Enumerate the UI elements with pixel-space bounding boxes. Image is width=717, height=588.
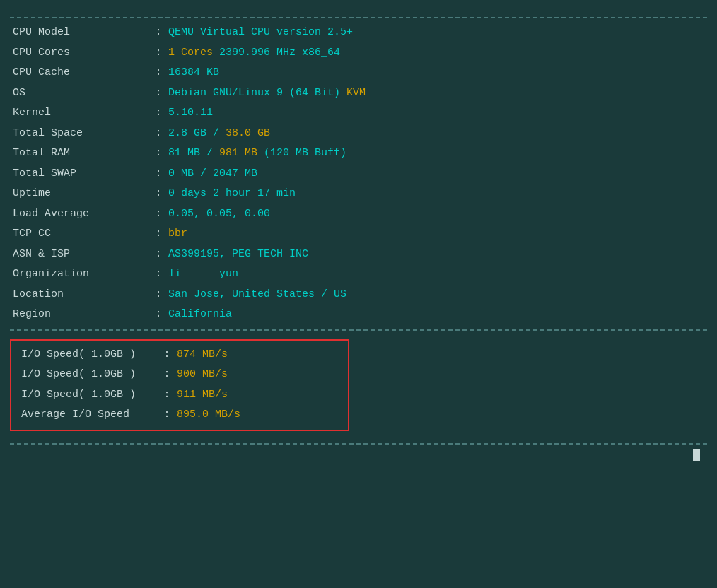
- label-total-ram: Total RAM: [10, 143, 151, 164]
- table-row: Organization : li yun: [10, 264, 707, 285]
- colon: :: [151, 23, 165, 43]
- colon: :: [151, 83, 165, 104]
- table-row: Total Space : 2.8 GB / 38.0 GB: [10, 124, 707, 144]
- table-row: Load Average : 0.05, 0.05, 0.00: [10, 204, 707, 225]
- table-row: I/O Speed( 1.0GB ) : 900 MB/s: [18, 365, 243, 385]
- table-row: Location : San Jose, United States / US: [10, 285, 707, 305]
- value-avg-io: 895.0 MB/s: [174, 405, 243, 425]
- value-io-3: 911 MB/s: [174, 385, 243, 406]
- label-load-average: Load Average: [10, 204, 151, 225]
- label-os: OS: [10, 83, 151, 104]
- label-cpu-model: CPU Model: [10, 23, 151, 43]
- label-cpu-cache: CPU Cache: [10, 63, 151, 83]
- value-cpu-model: QEMU Virtual CPU version 2.5+: [165, 23, 707, 43]
- value-total-space: 2.8 GB / 38.0 GB: [165, 124, 707, 144]
- colon: :: [160, 345, 174, 365]
- value-region: California: [165, 305, 707, 325]
- colon: :: [151, 224, 165, 245]
- label-cpu-cores: CPU Cores: [10, 43, 151, 64]
- colon: :: [151, 264, 165, 285]
- label-uptime: Uptime: [10, 184, 151, 204]
- label-io-2: I/O Speed( 1.0GB ): [18, 365, 160, 385]
- label-organization: Organization: [10, 264, 151, 285]
- colon: :: [151, 143, 165, 164]
- label-tcp-cc: TCP CC: [10, 224, 151, 245]
- label-asn-isp: ASN & ISP: [10, 245, 151, 265]
- label-location: Location: [10, 285, 151, 305]
- table-row: CPU Model : QEMU Virtual CPU version 2.5…: [10, 23, 707, 43]
- value-uptime: 0 days 2 hour 17 min: [165, 184, 707, 204]
- io-table: I/O Speed( 1.0GB ) : 874 MB/s I/O Speed(…: [18, 345, 243, 425]
- value-cpu-cache: 16384 KB: [165, 63, 707, 83]
- value-location: San Jose, United States / US: [165, 285, 707, 305]
- colon: :: [151, 63, 165, 83]
- colon: :: [151, 124, 165, 144]
- colon: :: [160, 385, 174, 406]
- mid-divider: [10, 329, 707, 331]
- colon: :: [160, 365, 174, 385]
- value-total-swap: 0 MB / 2047 MB: [165, 164, 707, 184]
- table-row: Kernel : 5.10.11: [10, 103, 707, 124]
- terminal: CPU Model : QEMU Virtual CPU version 2.5…: [7, 7, 710, 467]
- value-io-2: 900 MB/s: [174, 365, 243, 385]
- label-avg-io: Average I/O Speed: [18, 405, 160, 425]
- table-row: ASN & ISP : AS399195, PEG TECH INC: [10, 245, 707, 265]
- colon: :: [160, 405, 174, 425]
- value-organization: li yun: [165, 264, 707, 285]
- colon: :: [151, 184, 165, 204]
- top-divider: [10, 17, 707, 18]
- colon: :: [151, 204, 165, 225]
- table-row: Average I/O Speed : 895.0 MB/s: [18, 405, 243, 425]
- table-row: Total SWAP : 0 MB / 2047 MB: [10, 164, 707, 184]
- table-row: Total RAM : 81 MB / 981 MB (120 MB Buff): [10, 143, 707, 164]
- label-io-1: I/O Speed( 1.0GB ): [18, 345, 160, 365]
- table-row: Uptime : 0 days 2 hour 17 min: [10, 184, 707, 204]
- label-total-swap: Total SWAP: [10, 164, 151, 184]
- value-asn-isp: AS399195, PEG TECH INC: [165, 245, 707, 265]
- table-row: Region : California: [10, 305, 707, 325]
- table-row: I/O Speed( 1.0GB ) : 911 MB/s: [18, 385, 243, 406]
- table-row: TCP CC : bbr: [10, 224, 707, 245]
- colon: :: [151, 285, 165, 305]
- colon: :: [151, 43, 165, 64]
- colon: :: [151, 164, 165, 184]
- value-load-average: 0.05, 0.05, 0.00: [165, 204, 707, 225]
- colon: :: [151, 245, 165, 265]
- bottom-divider: [10, 443, 707, 445]
- value-io-1: 874 MB/s: [174, 345, 243, 365]
- table-row: I/O Speed( 1.0GB ) : 874 MB/s: [18, 345, 243, 365]
- label-total-space: Total Space: [10, 124, 151, 144]
- value-cpu-cores: 1 Cores 2399.996 MHz x86_64: [165, 43, 707, 64]
- value-kernel: 5.10.11: [165, 103, 707, 124]
- table-row: OS : Debian GNU/Linux 9 (64 Bit) KVM: [10, 83, 707, 104]
- label-region: Region: [10, 305, 151, 325]
- value-total-ram: 81 MB / 981 MB (120 MB Buff): [165, 143, 707, 164]
- label-kernel: Kernel: [10, 103, 151, 124]
- colon: :: [151, 305, 165, 325]
- system-info-table: CPU Model : QEMU Virtual CPU version 2.5…: [10, 23, 707, 325]
- table-row: CPU Cores : 1 Cores 2399.996 MHz x86_64: [10, 43, 707, 64]
- io-speed-section: I/O Speed( 1.0GB ) : 874 MB/s I/O Speed(…: [10, 339, 349, 431]
- table-row: CPU Cache : 16384 KB: [10, 63, 707, 83]
- colon: :: [151, 103, 165, 124]
- label-io-3: I/O Speed( 1.0GB ): [18, 385, 160, 406]
- value-os: Debian GNU/Linux 9 (64 Bit) KVM: [165, 83, 707, 104]
- terminal-cursor: [693, 449, 700, 461]
- value-tcp-cc: bbr: [165, 224, 707, 245]
